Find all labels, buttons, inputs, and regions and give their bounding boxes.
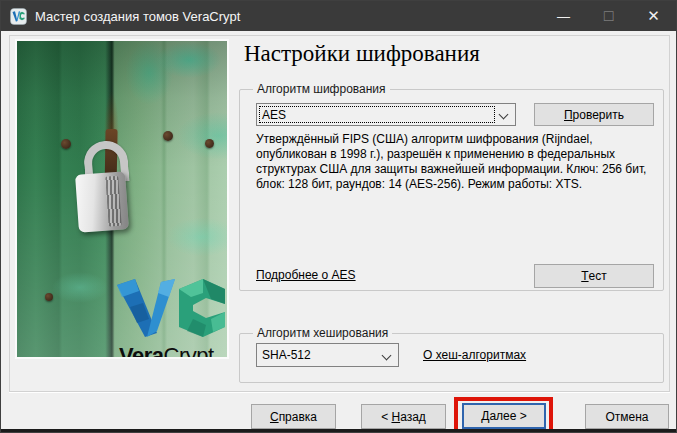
window-title: Мастер создания томов VeraCrypt <box>35 9 240 24</box>
sidebar-image-frame: VeraCrypt <box>15 39 229 359</box>
help-button[interactable]: Справка <box>251 404 336 429</box>
benchmark-button[interactable]: Тест <box>534 264 654 288</box>
button-label-prefix: < <box>381 410 391 424</box>
button-label-mnemonic: Н <box>391 410 400 424</box>
encryption-algorithm-select[interactable]: AES <box>256 103 516 126</box>
button-label: азад <box>400 410 426 424</box>
green-door-photo: VeraCrypt <box>17 41 227 357</box>
button-label: ест <box>589 269 607 283</box>
minimize-button[interactable]: — <box>541 1 586 31</box>
veracrypt-wizard-window: Мастер создания томов VeraCrypt — ☐ ✕ <box>0 0 677 433</box>
wordmark-bold: Vera <box>119 343 164 357</box>
next-button[interactable]: Далее > <box>462 403 546 429</box>
page-title: Настройки шифрования <box>244 41 480 67</box>
veracrypt-logo: VeraCrypt <box>115 279 227 357</box>
hash-algorithm-select[interactable]: SHA-512 <box>256 343 399 367</box>
hash-algorithm-value: SHA-512 <box>262 348 311 362</box>
window-controls: — ☐ ✕ <box>541 1 676 31</box>
button-label: правка <box>279 410 317 424</box>
verify-button[interactable]: Проверить <box>534 103 654 126</box>
more-about-aes-link[interactable]: Подробнее о AES <box>256 268 356 282</box>
encryption-group-label: Алгоритм шифрования <box>253 82 390 96</box>
padlock-icon <box>75 171 129 232</box>
button-label-mnemonic: Т <box>581 269 588 283</box>
veracrypt-wordmark: VeraCrypt <box>119 343 227 357</box>
focus-rectangle <box>259 106 495 123</box>
button-label: алее > <box>489 409 526 423</box>
bolt-icon <box>45 293 53 301</box>
hash-info-link[interactable]: О хеш-алгоритмах <box>423 348 526 362</box>
bolt-icon <box>163 131 173 141</box>
veracrypt-logo-mark <box>115 279 225 337</box>
button-label-mnemonic: С <box>270 410 279 424</box>
wordmark-regular: Crypt <box>164 343 214 357</box>
encryption-algorithm-value: AES <box>262 108 286 122</box>
bolt-icon <box>61 139 71 149</box>
padlock-stripes <box>105 176 121 227</box>
button-label-mnemonic: П <box>564 108 573 122</box>
hash-group-label: Алгоритм хеширования <box>253 326 392 340</box>
algorithm-description: Утверждённый FIPS (США) алгоритм шифрова… <box>256 132 662 192</box>
chevron-down-icon <box>499 110 509 120</box>
bolt-icon <box>205 139 214 148</box>
cancel-button[interactable]: Отмена <box>585 404 669 429</box>
button-label: роверить <box>573 108 624 122</box>
maximize-button: ☐ <box>586 1 631 31</box>
back-button[interactable]: < Назад <box>361 404 446 429</box>
chevron-down-icon <box>382 351 392 361</box>
titlebar: Мастер создания томов VeraCrypt — ☐ ✕ <box>1 1 676 31</box>
veracrypt-app-icon <box>10 8 27 25</box>
close-button[interactable]: ✕ <box>631 1 676 31</box>
button-label-mnemonic: Д <box>481 409 489 423</box>
